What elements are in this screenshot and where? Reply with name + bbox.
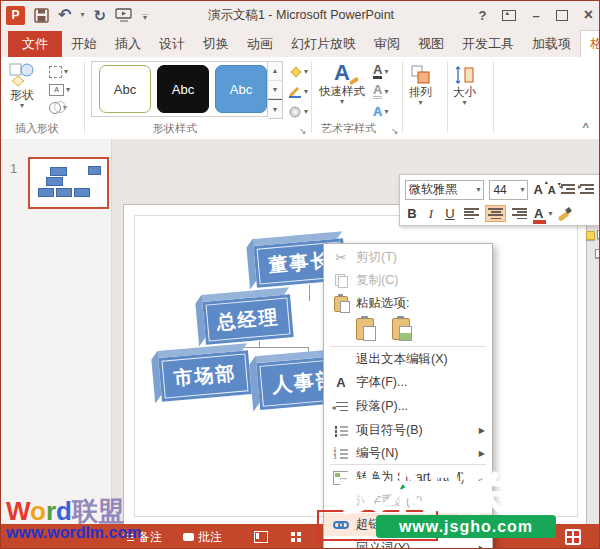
menu-item-bullets[interactable]: 项目符号(B) ▶ (324, 419, 492, 442)
increase-font-size-icon[interactable]: A (533, 182, 542, 197)
normal-view-icon (254, 531, 268, 543)
shape-fill-button[interactable]: ▾ (288, 63, 308, 80)
text-effects-button[interactable]: A▾ (373, 103, 388, 120)
menu-item-exit-text-edit[interactable]: 退出文本编辑(X) (324, 348, 492, 371)
powerpoint-logo-icon[interactable]: P (6, 6, 25, 25)
shape-style-option-1[interactable]: Abc (99, 65, 151, 113)
tab-home[interactable]: 开始 (62, 31, 106, 57)
tab-transitions[interactable]: 切换 (194, 31, 238, 57)
jsgho-url: www.jsgho.com (376, 515, 556, 538)
paste-icon (332, 296, 350, 312)
tab-view[interactable]: 视图 (409, 31, 453, 57)
align-right-icon[interactable] (510, 206, 529, 221)
org-box-label: 总经理 (202, 294, 293, 345)
tab-developer[interactable]: 开发工具 (453, 31, 523, 57)
slide-thumbnail[interactable] (28, 157, 109, 209)
powerpoint-window: P 演示文稿1 - Microsoft PowerPoint 文件 开始 插入 … (0, 0, 600, 549)
quick-access-toolbar: P (6, 4, 148, 26)
merge-shapes-button[interactable]: ▾ (49, 100, 70, 115)
slides-panel: 1 (1, 139, 112, 524)
shape-outline-button[interactable]: ▾ (288, 83, 308, 100)
menu-item-label: 段落(P)... (356, 398, 408, 415)
jsgho-brand: 技术员联盟 (342, 465, 556, 521)
paste-as-picture-button[interactable] (388, 316, 414, 342)
text-box-button[interactable]: A▾ (49, 82, 70, 97)
format-painter-icon[interactable] (557, 207, 571, 221)
shapes-icon (9, 62, 35, 88)
shape-styles-gallery: Abc Abc Abc (91, 61, 268, 117)
tab-design[interactable]: 设计 (150, 31, 194, 57)
tab-addins[interactable]: 加载项 (523, 31, 580, 57)
cut-icon (332, 250, 350, 265)
underline-button[interactable]: U (443, 206, 457, 221)
bullets-icon (332, 425, 350, 436)
text-fill-button[interactable]: A▾ (373, 63, 388, 80)
gallery-down-icon[interactable]: ▼ (268, 81, 282, 100)
shapes-button[interactable]: 形状 ▾ (9, 62, 35, 109)
ribbon-display-options-icon[interactable] (502, 10, 516, 21)
shape-style-option-2[interactable]: Abc (157, 65, 209, 113)
align-left-icon[interactable] (462, 206, 481, 221)
tab-file[interactable]: 文件 (8, 31, 62, 57)
tab-slideshow[interactable]: 幻灯片放映 (282, 31, 365, 57)
paste-keep-formatting-button[interactable] (352, 316, 378, 342)
customize-qat-icon[interactable] (142, 13, 148, 19)
menu-item-font[interactable]: 字体(F)... (324, 371, 492, 394)
undo-icon[interactable] (58, 7, 71, 23)
font-color-dropdown-icon[interactable]: ▾ (548, 209, 552, 218)
selection-handle[interactable] (595, 249, 600, 258)
bold-button[interactable]: B (405, 206, 419, 221)
normal-view-button[interactable] (254, 524, 268, 549)
tab-review[interactable]: 审阅 (365, 31, 409, 57)
wordart-dialog-launcher-icon[interactable]: ↘ (391, 126, 399, 136)
collapse-ribbon-icon[interactable]: ^ (583, 121, 589, 133)
text-outline-button[interactable]: A▾ (373, 83, 388, 100)
gallery-up-icon[interactable]: ▲ (268, 62, 282, 81)
tab-format[interactable]: 格式 (580, 30, 600, 57)
numbering-icon (332, 448, 350, 459)
redo-icon[interactable] (93, 8, 106, 23)
menu-item-label: 项目符号(B) (356, 422, 423, 439)
menu-item-cut[interactable]: 剪切(T) (324, 246, 492, 269)
wordart-styles-group-label: 艺术字样式 (321, 121, 376, 136)
slide-sorter-view-button[interactable] (291, 524, 302, 549)
decrease-font-size-icon[interactable]: A (548, 184, 556, 196)
quick-styles-button[interactable]: A 快速样式 ▾ (319, 62, 365, 105)
org-box-marketing[interactable]: 市场部 (158, 350, 251, 402)
start-slideshow-icon[interactable] (115, 8, 133, 22)
close-icon[interactable] (584, 6, 593, 24)
menu-item-numbering[interactable]: 编号(N) ▶ (324, 442, 492, 465)
tab-insert[interactable]: 插入 (106, 31, 150, 57)
menu-item-label: 退出文本编辑(X) (356, 351, 448, 368)
menu-item-copy[interactable]: 复制(C) (324, 269, 492, 292)
font-name-select[interactable]: 微软雅黑▾ (405, 180, 484, 200)
undo-dropdown-icon[interactable] (80, 11, 84, 19)
shape-edit-buttons: ▾ A▾ ▾ (49, 64, 70, 115)
decrease-indent-icon[interactable] (561, 184, 575, 195)
slide-show-view-icon[interactable] (565, 529, 581, 545)
gallery-scroll: ▲ ▼ ▼ (268, 61, 283, 119)
maximize-icon[interactable] (556, 10, 568, 21)
org-box-general-manager[interactable]: 总经理 (202, 294, 293, 345)
arrange-button[interactable]: 排列 ▾ (409, 65, 432, 106)
font-color-icon[interactable]: A (534, 208, 543, 220)
wordlm-watermark: Word联盟 www.wordlm.com (6, 498, 141, 542)
save-icon[interactable] (34, 8, 49, 23)
adjust-handle[interactable] (586, 231, 595, 240)
shape-effects-button[interactable]: ▾ (288, 103, 308, 120)
help-icon[interactable] (478, 8, 486, 23)
menu-item-label: 字体(F)... (356, 374, 407, 391)
menu-item-paragraph[interactable]: 段落(P)... (324, 395, 492, 418)
align-center-icon[interactable] (486, 206, 505, 221)
shape-style-option-3[interactable]: Abc (215, 65, 267, 113)
tab-animations[interactable]: 动画 (238, 31, 282, 57)
comments-button[interactable]: 批注 (183, 524, 222, 549)
gallery-more-icon[interactable]: ▼ (268, 99, 282, 118)
increase-indent-icon[interactable] (580, 184, 594, 195)
size-button[interactable]: 大小 ▾ (453, 65, 476, 106)
edit-shape-button[interactable]: ▾ (49, 64, 70, 79)
minimize-icon[interactable] (532, 8, 539, 23)
shape-styles-dialog-launcher-icon[interactable]: ↘ (299, 126, 307, 136)
italic-button[interactable]: I (424, 206, 438, 222)
font-size-select[interactable]: 44▾ (489, 180, 528, 200)
